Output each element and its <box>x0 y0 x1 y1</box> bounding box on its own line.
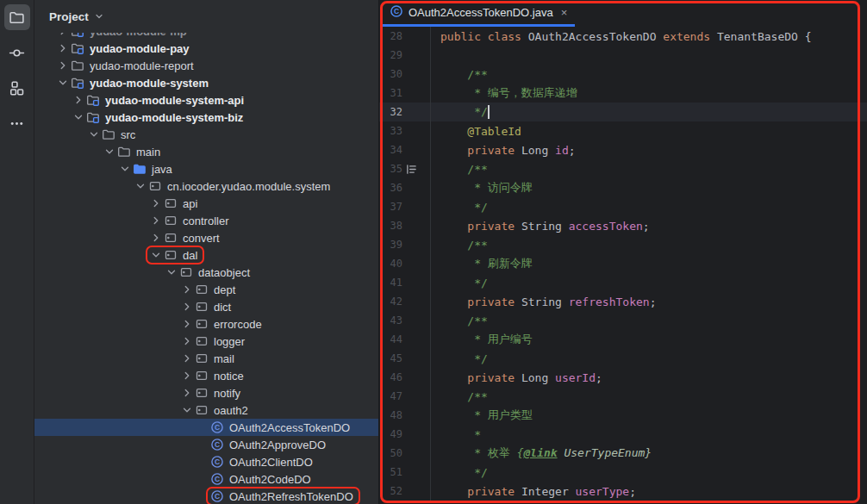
chevron-down-icon[interactable] <box>149 249 163 261</box>
code-line-42[interactable]: 42 private String refreshToken; <box>379 292 867 311</box>
tree-item-yudao-module-system-api[interactable]: yudao-module-system-api <box>34 91 378 109</box>
gutter[interactable]: 45 <box>379 349 431 368</box>
chevron-down-icon[interactable] <box>56 77 70 89</box>
chevron-right-icon[interactable] <box>180 335 194 347</box>
gutter[interactable]: 34 <box>379 140 431 159</box>
gutter[interactable]: 51 <box>379 463 431 482</box>
chevron-right-icon[interactable] <box>180 318 194 330</box>
code-line-49[interactable]: 49 * <box>379 425 867 444</box>
code-line-38[interactable]: 38 private String accessToken; <box>379 216 867 235</box>
tree-item-notice[interactable]: notice <box>34 367 378 384</box>
chevron-right-icon[interactable] <box>56 59 70 72</box>
gutter[interactable]: 52 <box>379 482 431 501</box>
code-line-45[interactable]: 45 */ <box>379 349 867 368</box>
gutter[interactable]: 30 <box>379 65 431 84</box>
tree-item-yudao-module-mp[interactable]: yudao-module-mp <box>34 33 378 40</box>
tree-item-yudao-module-system[interactable]: yudao-module-system <box>34 74 378 91</box>
code-area[interactable]: 28public class OAuth2AccessTokenDO exten… <box>379 27 867 504</box>
code-line-40[interactable]: 40 * 刷新令牌 <box>379 254 867 273</box>
gutter[interactable]: 48 <box>379 406 431 425</box>
code-line-31[interactable]: 31 * 编号，数据库递增 <box>379 84 867 103</box>
chevron-right-icon[interactable] <box>72 94 85 106</box>
tree-item-dataobject[interactable]: dataobject <box>34 264 378 281</box>
gutter[interactable]: 39 <box>379 235 431 254</box>
gutter[interactable]: 44 <box>379 330 431 349</box>
code-line-33[interactable]: 33 @TableId <box>379 121 867 140</box>
gutter[interactable]: 43 <box>379 311 431 330</box>
tree-item-yudao-module-pay[interactable]: yudao-module-pay <box>34 40 378 57</box>
tree-item-dict[interactable]: dict <box>34 298 378 315</box>
tree-item-oauth2refreshtokendo[interactable]: COAuth2RefreshTokenDO <box>34 488 378 504</box>
chevron-down-icon[interactable] <box>118 163 132 175</box>
code-line-36[interactable]: 36 * 访问令牌 <box>379 178 867 197</box>
stripe-button-structure[interactable] <box>4 75 30 101</box>
chevron-right-icon[interactable] <box>149 197 163 209</box>
gutter[interactable]: 33 <box>379 121 431 140</box>
gutter-related-icon[interactable] <box>402 164 420 175</box>
chevron-down-icon[interactable] <box>103 146 116 158</box>
chevron-right-icon[interactable] <box>56 42 70 54</box>
code-line-28[interactable]: 28public class OAuth2AccessTokenDO exten… <box>379 27 867 46</box>
tree-item-dal[interactable]: dal <box>34 246 378 264</box>
gutter[interactable]: 28 <box>379 27 431 46</box>
tree-item-dept[interactable]: dept <box>34 281 378 298</box>
code-line-44[interactable]: 44 * 用户编号 <box>379 330 867 349</box>
chevron-down-icon[interactable] <box>180 404 194 416</box>
editor-pane[interactable]: C OAuth2AccessTokenDO.java × 28public cl… <box>379 0 867 504</box>
gutter[interactable]: 50 <box>379 444 431 463</box>
tree-item-yudao-module-system-biz[interactable]: yudao-module-system-biz <box>34 109 378 126</box>
tree-item-controller[interactable]: controller <box>34 212 378 229</box>
code-line-41[interactable]: 41 */ <box>379 273 867 292</box>
gutter[interactable]: 49 <box>379 425 431 444</box>
code-line-48[interactable]: 48 * 用户类型 <box>379 406 867 425</box>
tree-item-notify[interactable]: notify <box>34 384 378 401</box>
stripe-button-more[interactable] <box>4 110 30 136</box>
code-line-32[interactable]: 32 */ <box>379 103 867 121</box>
stripe-button-project[interactable] <box>4 4 30 30</box>
code-line-39[interactable]: 39 /** <box>379 235 867 254</box>
tree-item-oauth2approvedo[interactable]: COAuth2ApproveDO <box>34 436 378 453</box>
chevron-down-icon[interactable] <box>134 180 147 192</box>
code-line-47[interactable]: 47 /** <box>379 387 867 406</box>
close-icon[interactable]: × <box>561 6 568 19</box>
gutter[interactable]: 35 <box>379 159 431 178</box>
chevron-right-icon[interactable] <box>180 301 194 313</box>
code-line-51[interactable]: 51 */ <box>379 463 867 482</box>
tree-item-java[interactable]: java <box>34 160 378 177</box>
tree-item-logger[interactable]: logger <box>34 333 378 350</box>
project-panel-header[interactable]: Project <box>34 0 378 33</box>
gutter[interactable]: 41 <box>379 273 431 292</box>
chevron-right-icon[interactable] <box>149 215 163 227</box>
chevron-down-icon[interactable] <box>87 128 101 140</box>
gutter[interactable]: 42 <box>379 292 431 311</box>
chevron-right-icon[interactable] <box>180 370 194 382</box>
chevron-right-icon[interactable] <box>180 387 194 399</box>
code-line-35[interactable]: 35 /** <box>379 159 867 178</box>
code-line-29[interactable]: 29 <box>379 46 867 65</box>
code-line-34[interactable]: 34 private Long id; <box>379 140 867 159</box>
chevron-right-icon[interactable] <box>180 352 194 364</box>
tree-item-oauth2clientdo[interactable]: COAuth2ClientDO <box>34 453 378 470</box>
gutter[interactable]: 47 <box>379 387 431 406</box>
gutter[interactable]: 29 <box>379 46 431 65</box>
gutter[interactable]: 46 <box>379 368 431 387</box>
code-line-43[interactable]: 43 /** <box>379 311 867 330</box>
tree-item-main[interactable]: main <box>34 143 378 160</box>
gutter[interactable]: 37 <box>379 197 431 216</box>
tree-item-oauth2accesstokendo[interactable]: COAuth2AccessTokenDO <box>34 419 378 436</box>
chevron-down-icon[interactable] <box>94 11 104 22</box>
tree-item-errorcode[interactable]: errorcode <box>34 315 378 333</box>
tree-item-oauth2codedo[interactable]: COAuth2CodeDO <box>34 470 378 488</box>
chevron-right-icon[interactable] <box>56 33 70 37</box>
code-line-52[interactable]: 52 private Integer userType; <box>379 482 867 501</box>
tree-item-src[interactable]: src <box>34 126 378 143</box>
code-line-37[interactable]: 37 */ <box>379 197 867 216</box>
code-line-30[interactable]: 30 /** <box>379 65 867 84</box>
gutter[interactable]: 36 <box>379 178 431 197</box>
gutter[interactable]: 40 <box>379 254 431 273</box>
tree-item-api[interactable]: api <box>34 195 378 212</box>
chevron-right-icon[interactable] <box>180 283 194 296</box>
chevron-down-icon[interactable] <box>72 111 85 123</box>
chevron-down-icon[interactable] <box>165 266 178 278</box>
tree-item-cn-iocoder-yudao-module-system[interactable]: cn.iocoder.yudao.module.system <box>34 177 378 195</box>
